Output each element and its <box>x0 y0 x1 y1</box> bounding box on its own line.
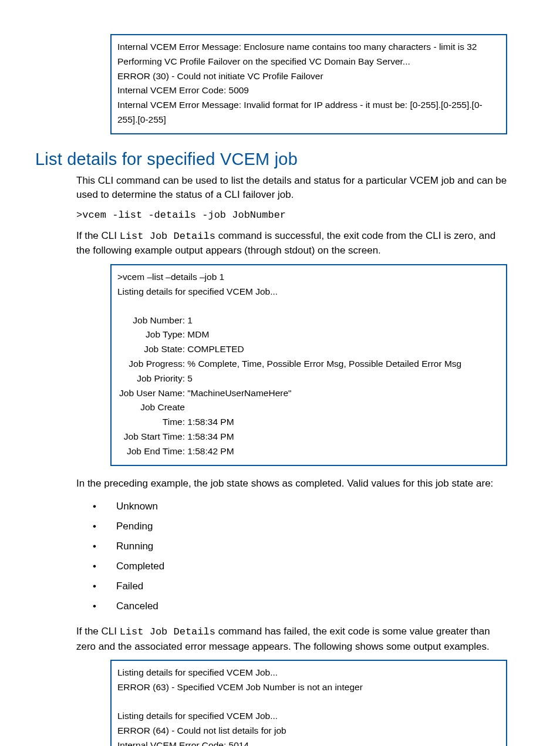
kv-value: "MachineUserNameHere" <box>185 388 292 398</box>
error-box-2: Listing details for specified VCEM Job..… <box>110 660 507 746</box>
list-item: Completed <box>93 556 507 576</box>
kv-row: Job State: COMPLETED <box>117 342 500 357</box>
inline-code: List Job Details <box>120 231 215 242</box>
kv-label: Job Type: <box>117 328 185 342</box>
code-line: Internal VCEM Error Code: 5009 <box>117 83 500 98</box>
paragraph: This CLI command can be used to list the… <box>76 174 507 202</box>
kv-value: % Complete, Time, Possible Error Msg, Po… <box>185 359 461 369</box>
kv-value: 1:58:42 PM <box>185 446 234 456</box>
kv-label: Job Create Time: <box>117 400 185 430</box>
kv-value: 1 <box>185 315 193 325</box>
bullet-list: Unknown Pending Running Completed Failed… <box>93 497 507 616</box>
list-item: Canceled <box>93 596 507 616</box>
kv-label: Job Start Time: <box>117 430 185 444</box>
code-line: Internal VCEM Error Code: 5014 <box>117 738 500 746</box>
kv-label: Job Priority: <box>117 372 185 386</box>
code-line: ERROR (64) - Could not list details for … <box>117 724 500 738</box>
kv-row: Job Number: 1 <box>117 313 500 328</box>
paragraph: If the CLI List Job Details command has … <box>76 625 507 654</box>
list-item: Failed <box>93 576 507 596</box>
kv-value: 5 <box>185 373 193 383</box>
code-line: Listing details for specified VCEM Job..… <box>117 666 500 680</box>
code-line: ERROR (30) - Could not initiate VC Profi… <box>117 69 500 84</box>
kv-row: Job User Name: "MachineUserNameHere" <box>117 386 500 401</box>
kv-row: Job Type: MDM <box>117 328 500 342</box>
kv-row: Job Progress: % Complete, Time, Possible… <box>117 357 500 372</box>
kv-value: COMPLETED <box>185 344 244 354</box>
code-line: >vcem –list –details –job 1 <box>117 270 500 285</box>
code-line: Performing VC Profile Failover on the sp… <box>117 55 500 69</box>
kv-label: Job Number: <box>117 313 185 328</box>
kv-label: Job State: <box>117 342 185 357</box>
code-line: Internal VCEM Error Message: Invalid for… <box>117 98 500 127</box>
code-line: ERROR (63) - Specified VCEM Job Number i… <box>117 680 500 695</box>
list-item: Unknown <box>93 497 507 517</box>
example-output-box: >vcem –list –details –job 1 Listing deta… <box>110 264 507 466</box>
kv-label: Job User Name: <box>117 386 185 401</box>
paragraph: In the preceding example, the job state … <box>76 477 507 491</box>
kv-value: MDM <box>185 329 209 339</box>
text: If the CLI <box>76 230 120 241</box>
kv-label: Job Progress: <box>117 357 185 372</box>
kv-value: 1:58:34 PM <box>185 431 234 441</box>
section-heading: List details for specified VCEM job <box>35 150 507 169</box>
code-line: Internal VCEM Error Message: Enclosure n… <box>117 40 500 55</box>
error-box-1: Internal VCEM Error Message: Enclosure n… <box>110 34 507 134</box>
list-item: Running <box>93 536 507 556</box>
text: If the CLI <box>76 626 120 637</box>
kv-row: Job End Time: 1:58:42 PM <box>117 444 500 459</box>
page: Internal VCEM Error Message: Enclosure n… <box>0 0 560 746</box>
kv-row: Job Start Time: 1:58:34 PM <box>117 430 500 444</box>
kv-value: 1:58:34 PM <box>185 417 234 427</box>
command-line: >vcem -list -details -job JobNumber <box>76 208 507 223</box>
list-item: Pending <box>93 517 507 536</box>
code-line: Listing details for specified VCEM Job..… <box>117 709 500 724</box>
inline-code: List Job Details <box>120 626 215 637</box>
code-line: Listing details for specified VCEM Job..… <box>117 285 500 299</box>
kv-row: Job Priority: 5 <box>117 372 500 386</box>
paragraph: If the CLI List Job Details command is s… <box>76 229 507 258</box>
kv-label: Job End Time: <box>117 444 185 459</box>
kv-row: Job Create Time: 1:58:34 PM <box>117 400 500 430</box>
